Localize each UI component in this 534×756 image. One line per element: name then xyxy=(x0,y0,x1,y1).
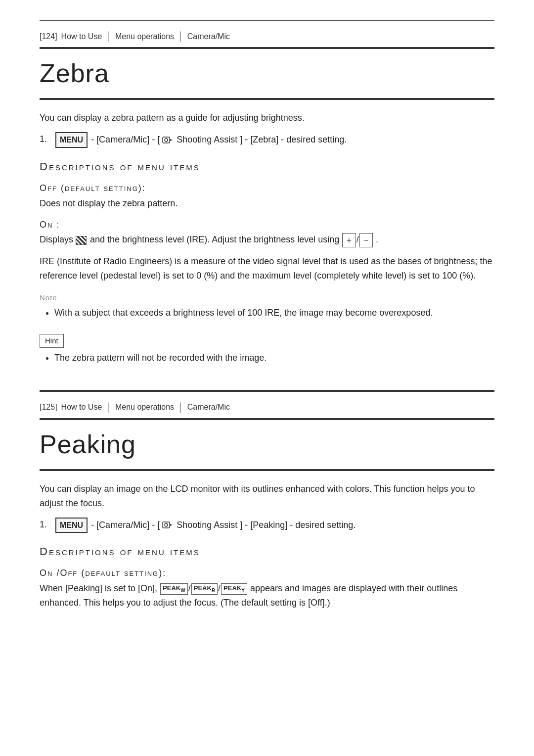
item1-title: Off (default setting): xyxy=(40,181,494,195)
item2-suffix: . xyxy=(376,235,378,244)
step2-icon-label: Shooting Assist xyxy=(177,520,237,529)
top-divider xyxy=(40,20,494,21)
breadcrumb2-text2: Menu operations xyxy=(115,401,174,414)
zebra-icon xyxy=(76,236,87,245)
hint-box: Hint xyxy=(40,334,64,348)
peak-r-badge: PEAKR xyxy=(191,583,218,595)
breadcrumb-text3: Camera/Mic xyxy=(187,30,230,43)
shooting-assist-icon-wrap-2 xyxy=(162,520,174,529)
section2-intro: You can display an image on the LCD moni… xyxy=(40,482,494,511)
item2-title: On : xyxy=(40,218,494,232)
note-bullets: With a subject that exceeds a brightness… xyxy=(40,306,494,320)
peak-badges: PEAKW/PEAKR/PEAKY xyxy=(160,583,250,593)
breadcrumb2-sep1: │ xyxy=(106,401,111,414)
plus-button-display: + xyxy=(342,233,356,248)
breadcrumb-sep1: │ xyxy=(106,30,111,43)
breadcrumb-text2: Menu operations xyxy=(115,30,174,43)
shooting-assist-icon-wrap xyxy=(162,136,174,144)
section2-subsection-title: Descriptions of menu items xyxy=(40,543,494,560)
shooting-assist-icon-2 xyxy=(162,520,173,529)
step-number-1: 1. xyxy=(40,132,51,146)
svg-marker-1 xyxy=(170,139,173,141)
svg-point-5 xyxy=(165,523,168,526)
svg-rect-3 xyxy=(163,522,170,528)
step1-suffix: ] - [Zebra] - desired setting. xyxy=(240,135,347,144)
section2-steps: 1. MENU - [Camera/Mic] - [ Shooting Assi… xyxy=(40,518,494,533)
section1-steps: 1. MENU - [Camera/Mic] - [ Shooting Assi… xyxy=(40,132,494,148)
hint-bullet-1: The zebra pattern will not be recorded w… xyxy=(54,351,494,365)
hint-bullets: The zebra pattern will not be recorded w… xyxy=(40,351,494,365)
breadcrumb-section1: [124] How to Use │ Menu operations │ Cam… xyxy=(40,30,494,43)
item2-prefix: Displays xyxy=(40,235,73,244)
step2-suffix: ] - [Peaking] - desired setting. xyxy=(240,520,356,529)
section2-title: Peaking xyxy=(40,424,494,465)
breadcrumb-sep2: │ xyxy=(178,30,183,43)
title-rule-bottom-1 xyxy=(40,98,494,100)
note-bullet-1: With a subject that exceeds a brightness… xyxy=(54,306,494,320)
section1-step1: 1. MENU - [Camera/Mic] - [ Shooting Assi… xyxy=(40,132,494,148)
section1-body: You can display a zebra pattern as a gui… xyxy=(40,111,494,365)
breadcrumb2-sep2: │ xyxy=(178,401,183,414)
item2-middle: and the brightness level (IRE). Adjust t… xyxy=(90,235,342,244)
svg-point-2 xyxy=(165,139,168,142)
step2-content: MENU - [Camera/Mic] - [ Shooting Assist … xyxy=(55,518,356,533)
step1-content: MENU - [Camera/Mic] - [ Shooting Assist … xyxy=(55,132,347,148)
menu-button-2: MENU xyxy=(55,518,88,533)
note-label: Note xyxy=(40,292,494,304)
ire-text: IRE (Institute of Radio Engineers) is a … xyxy=(40,254,494,283)
section-divider xyxy=(40,390,494,392)
step2-prefix: - [Camera/Mic] - [ xyxy=(91,520,160,529)
peak-w-badge: PEAKW xyxy=(160,583,188,595)
section1-title: Zebra xyxy=(40,53,494,94)
section1-subsection-title: Descriptions of menu items xyxy=(40,158,494,175)
item3-prefix: When [Peaking] is set to [On], xyxy=(40,583,157,593)
breadcrumb2-text1: How to Use xyxy=(61,401,102,414)
breadcrumb-section2: [125] How to Use │ Menu operations │ Cam… xyxy=(40,401,494,414)
peak-y-badge: PEAKY xyxy=(221,583,247,595)
section2-body: You can display an image on the LCD moni… xyxy=(40,482,494,610)
svg-rect-0 xyxy=(163,137,170,143)
title-rule-top-1 xyxy=(40,47,494,49)
shooting-assist-icon xyxy=(162,136,173,144)
item3-title: On /Off (default setting): xyxy=(40,566,494,580)
menu-button-1: MENU xyxy=(55,132,88,148)
title-rule-top-2 xyxy=(40,418,494,420)
title-rule-bottom-2 xyxy=(40,469,494,471)
step1-prefix: - [Camera/Mic] - [ xyxy=(91,135,160,144)
section2-step1: 1. MENU - [Camera/Mic] - [ Shooting Assi… xyxy=(40,518,494,533)
minus-button-display: − xyxy=(359,233,373,248)
breadcrumb2-page-num: [125] xyxy=(40,401,57,414)
item3-desc: When [Peaking] is set to [On], PEAKW/PEA… xyxy=(40,581,494,610)
section1-intro: You can display a zebra pattern as a gui… xyxy=(40,111,494,125)
item1-desc: Does not display the zebra pattern. xyxy=(40,196,494,211)
step2-number-1: 1. xyxy=(40,518,51,532)
item2-desc: Displays and the brightness level (IRE).… xyxy=(40,233,494,247)
breadcrumb-text1: How to Use xyxy=(61,30,102,43)
step1-icon-label: Shooting Assist xyxy=(177,135,237,144)
breadcrumb-page-num: [124] xyxy=(40,30,57,43)
svg-marker-4 xyxy=(170,524,173,526)
breadcrumb2-text3: Camera/Mic xyxy=(187,401,230,414)
